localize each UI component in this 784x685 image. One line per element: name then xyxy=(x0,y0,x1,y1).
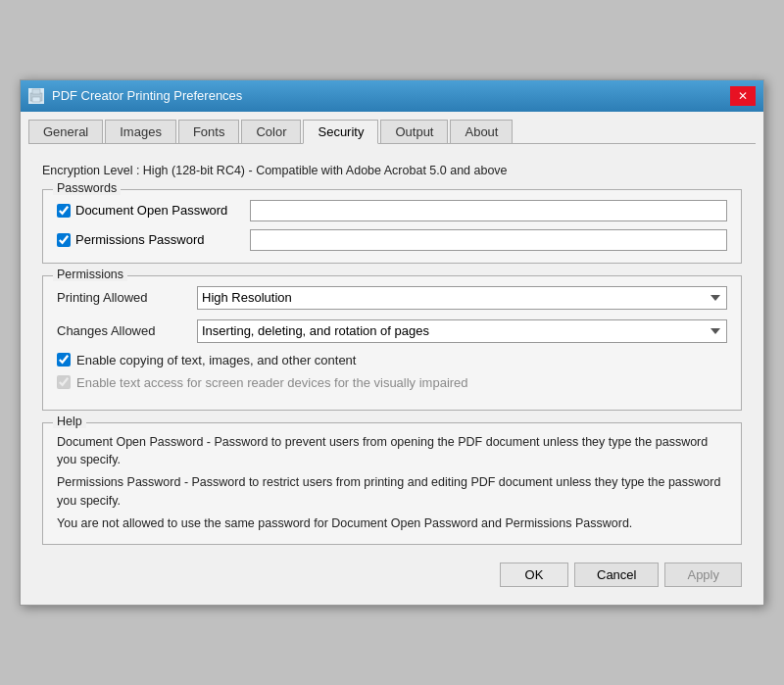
printing-allowed-label: Printing Allowed xyxy=(57,290,189,305)
changes-allowed-row: Changes Allowed Inserting, deleting, and… xyxy=(57,319,727,343)
doc-open-input[interactable] xyxy=(250,200,727,221)
permissions-group-title: Permissions xyxy=(53,268,127,281)
permissions-group: Permissions Printing Allowed High Resolu… xyxy=(42,275,742,411)
tab-color[interactable]: Color xyxy=(241,120,301,144)
svg-rect-1 xyxy=(32,89,40,94)
permissions-password-row: Permissions Password xyxy=(57,229,727,251)
help-line-2: Permissions Password - Password to restr… xyxy=(57,473,727,511)
help-group: Help Document Open Password - Password t… xyxy=(42,422,742,546)
button-bar: OK Cancel Apply xyxy=(28,555,756,597)
tab-images[interactable]: Images xyxy=(105,120,176,144)
tab-about[interactable]: About xyxy=(450,120,513,144)
close-button[interactable]: ✕ xyxy=(730,86,756,106)
doc-open-password-row: Document Open Password xyxy=(57,200,727,221)
window-content: General Images Fonts Color Security Outp… xyxy=(21,112,763,606)
printing-allowed-select[interactable]: High Resolution Low Resolution None xyxy=(197,286,727,310)
cancel-button[interactable]: Cancel xyxy=(574,563,659,587)
help-group-title: Help xyxy=(53,415,86,428)
printing-allowed-row: Printing Allowed High Resolution Low Res… xyxy=(57,286,727,310)
apply-button[interactable]: Apply xyxy=(664,563,742,587)
permissions-password-input[interactable] xyxy=(250,229,727,251)
enable-text-access-label: Enable text access for screen reader dev… xyxy=(76,375,468,390)
passwords-group-title: Passwords xyxy=(53,181,121,195)
enable-text-access-row: Enable text access for screen reader dev… xyxy=(57,375,727,390)
main-window: PDF Creator Printing Preferences ✕ Gener… xyxy=(20,79,764,607)
tab-general[interactable]: General xyxy=(28,120,103,144)
changes-allowed-select[interactable]: Inserting, deleting, and rotation of pag… xyxy=(197,319,727,343)
svg-rect-2 xyxy=(32,97,40,102)
tab-bar: General Images Fonts Color Security Outp… xyxy=(28,120,756,144)
printer-icon xyxy=(28,88,44,104)
permissions-password-label[interactable]: Permissions Password xyxy=(57,232,238,247)
doc-open-checkbox[interactable] xyxy=(57,204,71,218)
ok-button[interactable]: OK xyxy=(500,563,568,587)
tab-output[interactable]: Output xyxy=(380,120,448,144)
title-bar-left: PDF Creator Printing Preferences xyxy=(28,88,242,104)
permissions-password-checkbox[interactable] xyxy=(57,233,71,247)
passwords-group: Passwords Document Open Password Permiss… xyxy=(42,189,742,264)
tab-fonts[interactable]: Fonts xyxy=(178,120,240,144)
enable-text-access-checkbox[interactable] xyxy=(57,375,71,389)
title-bar: PDF Creator Printing Preferences ✕ xyxy=(21,80,763,112)
window-title: PDF Creator Printing Preferences xyxy=(52,88,242,103)
help-line-1: Document Open Password - Password to pre… xyxy=(57,433,727,470)
changes-allowed-label: Changes Allowed xyxy=(57,323,189,338)
security-panel: Encryption Level : High (128-bit RC4) - … xyxy=(28,154,756,556)
doc-open-label[interactable]: Document Open Password xyxy=(57,203,238,218)
enable-copying-row: Enable copying of text, images, and othe… xyxy=(57,353,727,367)
tab-security[interactable]: Security xyxy=(303,120,378,144)
enable-copying-checkbox[interactable] xyxy=(57,353,71,367)
help-line-3: You are not allowed to use the same pass… xyxy=(57,514,727,533)
encryption-label: Encryption Level : High (128-bit RC4) - … xyxy=(42,164,742,177)
enable-copying-label: Enable copying of text, images, and othe… xyxy=(76,353,356,367)
